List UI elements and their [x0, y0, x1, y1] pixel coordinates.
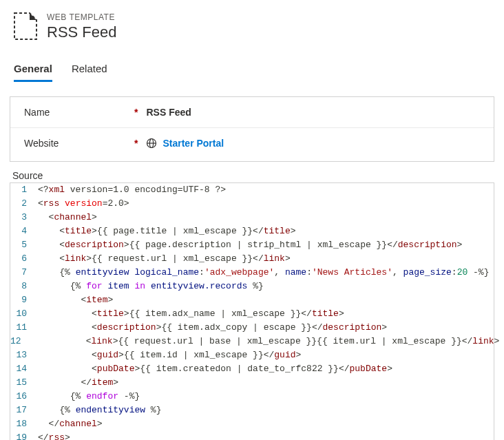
code-line[interactable]: <guid>{{ item.id | xml_escape }}</guid>	[34, 348, 494, 362]
code-line[interactable]: <link>{{ request.url | xml_escape }}</li…	[34, 252, 494, 266]
website-label: Website	[24, 138, 134, 149]
line-number: 11	[10, 321, 34, 335]
required-marker: *	[134, 107, 138, 118]
code-line[interactable]: </channel>	[34, 417, 494, 431]
required-marker: *	[134, 138, 138, 149]
line-number: 9	[10, 293, 34, 307]
line-number: 4	[10, 224, 34, 238]
code-editor[interactable]: 1<?xml version=1.0 encoding=UTF-8 ?> 2<r…	[10, 182, 494, 440]
line-number: 14	[10, 362, 34, 376]
line-number: 13	[10, 348, 34, 362]
line-number: 15	[10, 376, 34, 390]
code-line[interactable]: <item>	[34, 293, 494, 307]
line-number: 3	[10, 211, 34, 224]
line-number: 7	[10, 266, 34, 280]
website-lookup-text: Starter Portal	[162, 138, 224, 149]
code-line[interactable]: <?xml version=1.0 encoding=UTF-8 ?>	[34, 183, 494, 197]
source-section: Source 1<?xml version=1.0 encoding=UTF-8…	[10, 167, 494, 440]
code-line[interactable]: {% endfor -%}	[34, 390, 494, 404]
code-line[interactable]: <channel>	[34, 211, 494, 224]
field-row-name: Name * RSS Feed	[10, 97, 494, 128]
line-number: 18	[10, 417, 34, 431]
line-number: 1	[10, 183, 34, 197]
code-line[interactable]: <description>{{ item.adx_copy | escape }…	[34, 321, 494, 335]
source-label: Source	[10, 167, 494, 182]
line-number: 8	[10, 280, 34, 293]
code-line[interactable]: <title>{{ item.adx_name | xml_escape }}<…	[34, 307, 494, 321]
line-number: 10	[10, 307, 34, 321]
line-number: 19	[10, 431, 34, 440]
tab-general[interactable]: General	[14, 59, 52, 82]
line-number: 2	[10, 197, 34, 211]
code-line[interactable]: <rss version=2.0>	[34, 197, 494, 211]
website-value[interactable]: Starter Portal	[146, 138, 224, 149]
line-number: 6	[10, 252, 34, 266]
line-number: 5	[10, 238, 34, 252]
code-line[interactable]: {% entityview logical_name:'adx_webpage'…	[34, 266, 494, 280]
globe-icon	[146, 138, 157, 149]
tab-strip: General Related	[0, 59, 504, 83]
code-line[interactable]: {% endentityview %}	[34, 404, 494, 417]
entity-type-label: WEB TEMPLATE	[47, 12, 117, 22]
tab-related[interactable]: Related	[72, 59, 107, 82]
code-line[interactable]: <link>{{ request.url | base | xml_escape…	[28, 335, 500, 348]
code-line[interactable]: {% for item in entityview.records %}	[34, 280, 494, 293]
code-line[interactable]: </item>	[34, 376, 494, 390]
template-file-icon	[14, 12, 37, 42]
line-number: 16	[10, 390, 34, 404]
page-title: RSS Feed	[47, 23, 117, 41]
page-header: WEB TEMPLATE RSS Feed	[0, 0, 504, 59]
line-number: 12	[10, 335, 28, 348]
code-line[interactable]: <title>{{ page.title | xml_escape }}</ti…	[34, 224, 494, 238]
field-row-website: Website * Starter Portal	[10, 128, 494, 158]
code-line[interactable]: <description>{{ page.description | strip…	[34, 238, 494, 252]
line-number: 17	[10, 404, 34, 417]
form-panel: Name * RSS Feed Website * Starter Portal	[10, 96, 494, 162]
name-value[interactable]: RSS Feed	[146, 107, 191, 118]
code-line[interactable]: <pubDate>{{ item.createdon | date_to_rfc…	[34, 362, 494, 376]
name-label: Name	[24, 107, 134, 118]
code-line[interactable]: </rss>	[34, 431, 494, 440]
